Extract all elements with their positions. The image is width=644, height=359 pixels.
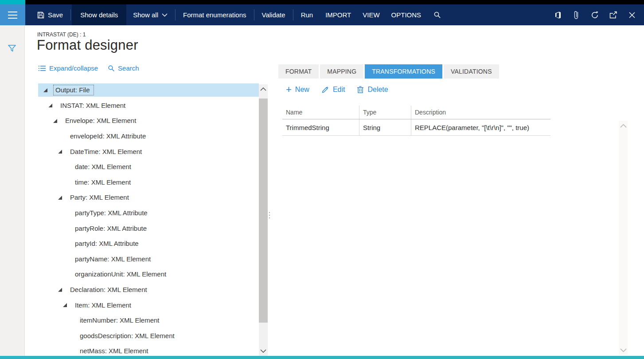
expand-caret-icon[interactable] <box>48 103 52 107</box>
tab-mapping[interactable]: MAPPING <box>320 64 363 79</box>
attach-icon[interactable] <box>567 4 585 25</box>
transformations-actions: + New Edit Delete <box>286 86 388 94</box>
caret-spacer <box>63 226 67 230</box>
expand-caret-icon[interactable] <box>43 88 47 92</box>
refresh-icon[interactable] <box>585 4 604 25</box>
new-button[interactable]: + New <box>286 86 309 94</box>
format-enumerations-label: Format enumerations <box>183 11 246 19</box>
show-all-dropdown[interactable]: Show all <box>126 4 174 25</box>
detail-scrollbar-track[interactable] <box>619 130 628 345</box>
detail-scrollbar[interactable] <box>619 121 628 355</box>
detail-tabs: FORMATMAPPINGTRANSFORMATIONSVALIDATIONS <box>278 64 499 79</box>
tree-item[interactable]: organizationUnit: XML Element <box>38 267 259 282</box>
column-header-description[interactable]: Description <box>411 106 550 119</box>
tree-scrollbar[interactable] <box>259 84 268 356</box>
caret-spacer <box>63 242 67 246</box>
edit-pencil-icon <box>321 86 329 94</box>
command-bar: Save Show details Show all Format enumer… <box>0 4 644 25</box>
delete-button-label: Delete <box>367 86 388 94</box>
chevron-down-icon <box>162 13 168 17</box>
column-header-type[interactable]: Type <box>359 106 411 119</box>
tree-item-label: itemNumber: XML Element <box>78 315 164 326</box>
table-cell: TrimmedString <box>282 119 359 135</box>
tree-item[interactable]: Envelope: XML Element <box>38 113 259 129</box>
tree-item[interactable]: Output: File <box>38 83 259 98</box>
expand-caret-icon[interactable] <box>63 303 67 307</box>
toolbar-separator <box>254 9 254 20</box>
tree-scrollbar-track[interactable] <box>259 94 268 346</box>
expand-caret-icon[interactable] <box>53 119 57 123</box>
tree-item[interactable]: date: XML Element <box>38 159 259 175</box>
tree-item[interactable]: partyId: XML Attribute <box>38 236 259 252</box>
caret-spacer <box>68 349 72 353</box>
options-menu[interactable]: OPTIONS <box>386 4 427 25</box>
format-enumerations-button[interactable]: Format enumerations <box>176 4 253 25</box>
import-menu[interactable]: IMPORT <box>320 4 357 25</box>
close-icon[interactable] <box>623 4 641 25</box>
show-details-button[interactable]: Show details <box>72 4 126 25</box>
tree-item[interactable]: INSTAT: XML Element <box>38 98 259 114</box>
validate-button[interactable]: Validate <box>255 4 292 25</box>
caret-spacer <box>63 180 67 184</box>
tree-search-button[interactable]: Search <box>108 64 139 72</box>
caret-spacer <box>68 334 72 338</box>
tree-item[interactable]: partyName: XML Element <box>38 252 259 267</box>
caret-spacer <box>63 257 67 261</box>
tree-item[interactable]: envelopeId: XML Attribute <box>38 129 259 144</box>
tab-transformations[interactable]: TRANSFORMATIONS <box>365 64 442 79</box>
format-tree: Output: FileINSTAT: XML ElementEnvelope:… <box>38 83 259 359</box>
tree-item-label: Declaration: XML Element <box>68 284 151 295</box>
scroll-up-icon[interactable] <box>620 122 627 129</box>
save-button[interactable]: Save <box>31 4 70 25</box>
table-row[interactable]: TrimmedStringStringREPLACE(parameter, "[… <box>282 119 550 136</box>
expand-caret-icon[interactable] <box>58 196 62 200</box>
caret-spacer <box>68 319 72 323</box>
edit-button[interactable]: Edit <box>321 86 345 94</box>
import-menu-label: IMPORT <box>325 11 351 19</box>
expand-caret-icon[interactable] <box>58 150 62 154</box>
tree-scrollbar-thumb[interactable] <box>259 99 268 323</box>
open-in-new-window-icon[interactable] <box>604 4 623 25</box>
tree-item-label: Output: File <box>53 85 94 95</box>
run-button[interactable]: Run <box>294 4 320 25</box>
scroll-up-icon[interactable] <box>260 86 266 93</box>
hamburger-menu-button[interactable] <box>0 4 25 25</box>
column-header-name[interactable]: Name <box>282 106 359 119</box>
toolbar-separator <box>70 9 71 20</box>
transformations-table-header: NameTypeDescription <box>282 106 550 119</box>
panel-splitter-handle[interactable] <box>269 212 271 218</box>
expand-caret-icon[interactable] <box>58 288 62 292</box>
run-label: Run <box>301 11 313 19</box>
office-logo-icon[interactable] <box>548 4 567 25</box>
validate-label: Validate <box>262 11 285 19</box>
tree-item[interactable]: Party: XML Element <box>38 190 259 205</box>
tab-validations[interactable]: VALIDATIONS <box>444 64 499 79</box>
expand-collapse-label: Expand/collapse <box>49 64 98 72</box>
tree-item[interactable]: DateTime: XML Element <box>38 144 259 159</box>
tree-item-label: date: XML Element <box>73 162 135 172</box>
scroll-down-icon[interactable] <box>620 347 627 354</box>
tree-item[interactable]: goodsDescription: XML Element <box>38 328 259 344</box>
tree-item-label: partyRole: XML Attribute <box>73 223 151 234</box>
tree-item[interactable]: Item: XML Element <box>38 297 259 313</box>
breadcrumb: INTRASTAT (DE) : 1 <box>37 32 86 38</box>
window-controls <box>548 4 641 25</box>
tab-format[interactable]: FORMAT <box>278 64 319 79</box>
caret-spacer <box>63 211 67 215</box>
toolbar-search-button[interactable] <box>427 4 448 25</box>
view-menu[interactable]: VIEW <box>357 4 385 25</box>
expand-collapse-button[interactable]: Expand/collapse <box>38 64 98 72</box>
tree-search-label: Search <box>118 64 139 72</box>
scroll-down-icon[interactable] <box>260 347 266 355</box>
toolbar-separator <box>175 9 176 20</box>
tree-item-label: envelopeId: XML Attribute <box>68 131 150 142</box>
filter-funnel-icon[interactable] <box>7 43 17 54</box>
tree-item[interactable]: Declaration: XML Element <box>38 282 259 298</box>
tree-item[interactable]: time: XML Element <box>38 175 259 190</box>
tree-item[interactable]: partyRole: XML Attribute <box>38 221 259 236</box>
tree-item[interactable]: itemNumber: XML Element <box>38 313 259 328</box>
delete-button[interactable]: Delete <box>357 86 388 94</box>
save-button-label: Save <box>48 11 63 19</box>
hamburger-icon <box>8 15 17 16</box>
tree-item[interactable]: partyType: XML Attribute <box>38 205 259 221</box>
